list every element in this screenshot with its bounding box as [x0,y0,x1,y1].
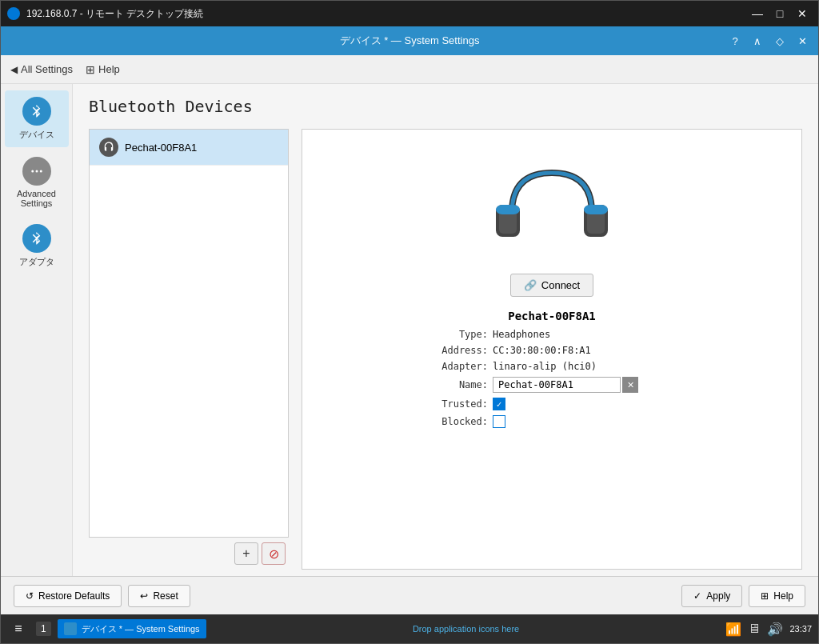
app-header-controls: ? ∧ ◇ ✕ [725,31,812,50]
two-pane: Pechat-00F8A1 + ⊘ [89,129,802,570]
network-icon: 🖥 [748,622,761,636]
address-row: Address: CC:30:80:00:F8:A1 [408,345,696,356]
nav-bar: ◀ All Settings ⊞ Help [1,55,818,84]
sidebar: デバイス AdvancedSettings [1,84,73,576]
volume-icon: 🔊 [767,622,783,637]
taskbar: ≡ 1 デバイス * — System Settings Drop applic… [1,614,818,643]
connect-icon: 🔗 [524,279,537,291]
bottom-bar: ↺ Restore Defaults ↩ Reset ✓ Apply ⊞ Hel… [1,576,818,614]
minimize-button[interactable]: — [748,4,767,23]
connect-button[interactable]: 🔗 Connect [510,274,593,297]
adapter-label: Adapter: [408,361,488,372]
connect-label: Connect [541,279,580,291]
diamond-button[interactable]: ◇ [770,31,789,50]
sidebar-item-devices[interactable]: デバイス [5,90,69,147]
inner-layout: デバイス AdvancedSettings [1,84,818,576]
app-header: デバイス * — System Settings ? ∧ ◇ ✕ [1,26,818,55]
name-row: Name: ✕ [408,377,696,393]
type-row: Type: Headphones [408,329,696,340]
help-nav-label: Help [98,63,120,75]
trusted-checkbox-wrapper: ✓ [493,398,505,410]
device-list-item[interactable]: Pechat-00F8A1 [90,130,288,166]
reset-button[interactable]: ↩ Reset [128,585,190,607]
sidebar-item-advanced[interactable]: AdvancedSettings [5,150,69,214]
blocked-row: Blocked: [408,415,696,428]
device-list-pane: Pechat-00F8A1 + ⊘ [89,129,289,570]
type-value: Headphones [493,329,550,340]
remove-device-button[interactable]: ⊘ [262,542,286,565]
device-list: Pechat-00F8A1 [89,129,289,538]
trusted-label: Trusted: [408,398,488,410]
bluetooth-icon [22,97,51,126]
name-field-label: Name: [408,379,488,390]
restore-defaults-button[interactable]: ↺ Restore Defaults [14,585,122,607]
taskbar-app-icon [64,622,77,635]
adapter-row: Adapter: linaro-alip (hci0) [408,361,696,372]
signal-icon: 📶 [725,622,741,637]
add-device-button[interactable]: + [234,542,258,565]
device-list-actions: + ⊘ [89,538,289,570]
sidebar-adapter-label: アダプタ [19,256,54,268]
taskbar-app-item[interactable]: デバイス * — System Settings [58,619,206,638]
maximize-button[interactable]: □ [770,4,789,23]
dots-icon [22,157,51,186]
page-title: Bluetooth Devices [89,97,802,116]
apply-label: Apply [706,590,730,602]
address-label: Address: [408,345,488,356]
device-detail-pane: 🔗 Connect Pechat-00F8A1 Type: Headphones [302,129,802,570]
svg-point-2 [39,170,42,173]
drop-zone-label: Drop application icons here [213,624,720,634]
name-input[interactable] [493,377,621,393]
reset-label: Reset [153,590,178,602]
apply-check-icon: ✓ [693,590,701,602]
title-bar: 192.168.0.7 - リモート デスクトップ接続 — □ ✕ [1,1,818,26]
help-header-button[interactable]: ? [725,31,745,50]
clear-name-button[interactable]: ✕ [622,377,638,393]
app-icon [7,7,20,20]
taskbar-time: 23:37 [789,624,812,634]
restore-label: Restore Defaults [38,590,110,602]
header-close-button[interactable]: ✕ [793,31,812,50]
window-controls: — □ ✕ [748,4,812,23]
device-info: Pechat-00F8A1 Type: Headphones Address: … [408,310,696,433]
back-chevron-icon: ◀ [10,64,18,75]
help-bottom-button[interactable]: ⊞ Help [749,585,805,607]
address-value: CC:30:80:00:F8:A1 [493,345,591,356]
device-name-heading: Pechat-00F8A1 [408,310,696,322]
blocked-checkbox[interactable] [493,415,505,428]
headphone-illustration [488,149,616,261]
svg-rect-8 [584,205,608,214]
device-headphone-icon [99,138,118,157]
restore-icon: ↺ [26,590,34,602]
help-bottom-icon: ⊞ [761,590,769,602]
taskbar-app-label: デバイス * — System Settings [82,623,200,635]
app-header-title: デバイス * — System Settings [340,34,480,48]
svg-point-0 [31,170,34,173]
sidebar-devices-label: デバイス [19,129,54,141]
bluetooth2-icon [22,224,51,253]
reset-icon: ↩ [140,590,148,602]
help-bottom-label: Help [773,590,793,602]
adapter-value: linaro-alip (hci0) [493,361,597,372]
help-nav-button[interactable]: ⊞ Help [86,63,120,76]
chevron-up-button[interactable]: ∧ [748,31,767,50]
sidebar-advanced-label: AdvancedSettings [17,189,56,208]
taskbar-num: 1 [36,622,51,636]
window-title: 192.168.0.7 - リモート デスクトップ接続 [26,7,741,21]
trusted-row: Trusted: ✓ [408,398,696,410]
blocked-label: Blocked: [408,416,488,427]
name-input-wrapper: ✕ [493,377,638,393]
blocked-checkbox-wrapper [493,415,505,428]
taskbar-start-button[interactable]: ≡ [7,618,30,640]
back-button[interactable]: ◀ All Settings [10,63,73,75]
main-content: デバイス AdvancedSettings [1,84,818,614]
sidebar-item-adapter[interactable]: アダプタ [5,218,69,274]
trusted-check-mark: ✓ [497,399,502,410]
content-area: Bluetooth Devices Pechat-00F8A [73,84,818,576]
svg-point-1 [35,170,38,173]
svg-rect-7 [496,205,520,214]
window-close-button[interactable]: ✕ [793,4,812,23]
apply-button[interactable]: ✓ Apply [681,585,742,607]
trusted-checkbox[interactable]: ✓ [493,398,505,410]
back-label: All Settings [21,63,73,75]
